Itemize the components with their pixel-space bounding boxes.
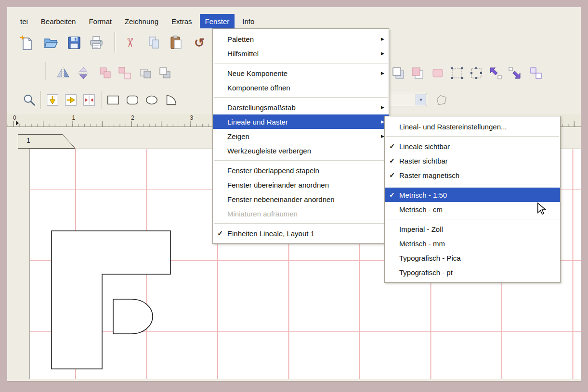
move-corner-northwest-icon[interactable] <box>487 64 504 82</box>
menu-bar: teiBearbeitenFormatZeichnungExtrasFenste… <box>7 14 581 28</box>
ruler-number: 2 <box>131 114 134 121</box>
d-shape-object[interactable] <box>113 299 153 334</box>
print-icon[interactable] <box>87 33 105 52</box>
send-to-back-icon[interactable] <box>409 64 426 82</box>
checkmark-icon: ✓ <box>213 229 227 237</box>
menu-item-label: Fenster nebeneinander anordnen <box>227 195 373 203</box>
lineale-raster-submenu: Lineal- und Rastereinstellungen...✓Linea… <box>384 116 561 283</box>
menu-item-zeigen[interactable]: Zeigen▶ <box>213 129 389 143</box>
mirror-vertical-icon <box>75 64 92 82</box>
menu-item-metrisch-mm[interactable]: Metrisch - mm <box>385 236 560 251</box>
polygon-tool-icon <box>433 91 450 109</box>
menu-separator <box>385 216 560 222</box>
menu-item-lineale-und-raster[interactable]: Lineale und Raster▶ <box>213 114 389 129</box>
menu-item-hilfsmittel[interactable]: Hilfsmittel▶ <box>213 46 389 61</box>
selection-handles-icon[interactable] <box>468 64 485 82</box>
toolbar-separator <box>114 32 116 52</box>
menu-item-label: Hilfsmittel <box>227 50 373 58</box>
menu-item-typografisch-pt[interactable]: Typografisch - pt <box>385 265 560 279</box>
mirror-horizontal-icon <box>54 64 72 82</box>
menubar-item-tei[interactable]: tei <box>15 14 33 28</box>
rectangle-tool-icon[interactable] <box>105 91 122 109</box>
checkmark-icon: ✓ <box>385 191 399 199</box>
menu-item-raster-magnetisch[interactable]: ✓Raster magnetisch <box>385 168 560 182</box>
chevron-down-icon: ▾ <box>416 94 426 105</box>
selection-frame-icon[interactable] <box>448 64 466 82</box>
copy-icon[interactable] <box>145 33 163 52</box>
menu-item-darstellungsma-stab[interactable]: Darstellungsmaßstab▶ <box>213 100 389 114</box>
toolbar-separator <box>101 91 102 109</box>
app-window: teiBearbeitenFormatZeichnungExtrasFenste… <box>7 7 581 381</box>
mouse-cursor-icon <box>536 202 548 215</box>
menu-item-einheiten-lineale-layout-1[interactable]: ✓Einheiten Lineale, Layout 1 <box>213 226 389 240</box>
menubar-item-info[interactable]: Info <box>237 14 260 28</box>
menu-item-werkzeugleiste-verbergen[interactable]: Werkzeugleiste verbergen <box>213 143 389 158</box>
ellipse-tool-icon[interactable] <box>143 91 160 109</box>
menu-item-label: Zeigen <box>227 132 373 140</box>
menu-item-label: Metrisch - 1:50 <box>399 191 544 199</box>
menu-separator <box>385 134 560 139</box>
menu-item-label: Darstellungsmaßstab <box>227 103 373 112</box>
ungroup-icon <box>116 64 133 82</box>
menu-item-lineal-und-rastereinstellungen[interactable]: Lineal- und Rastereinstellungen... <box>385 119 560 134</box>
checkmark-icon: ✓ <box>385 142 399 150</box>
menu-item-label: Komponente öffnen <box>227 84 373 92</box>
menu-item-paletten[interactable]: Paletten▶ <box>213 32 389 46</box>
menu-item-label: Paletten <box>227 35 373 43</box>
ruler-number: 3 <box>190 114 194 121</box>
desktop: teiBearbeitenFormatZeichnungExtrasFenste… <box>0 0 588 392</box>
submenu-arrow-icon: ▶ <box>373 37 389 41</box>
submenu-arrow-icon: ▶ <box>373 105 389 110</box>
menubar-item-bearbeiten[interactable]: Bearbeiten <box>36 14 81 28</box>
submenu-arrow-icon: ▶ <box>373 51 389 56</box>
arc-tool-icon[interactable] <box>162 91 180 109</box>
zoom-icon[interactable] <box>21 91 38 109</box>
menu-item-label: Einheiten Lineale, Layout 1 <box>227 229 373 238</box>
group-icon <box>97 64 114 82</box>
rounded-rectangle-tool-icon[interactable] <box>124 91 141 109</box>
menu-item-fenster-berlappend-stapeln[interactable]: Fenster überlappend stapeln <box>213 163 389 177</box>
insert-column-right-icon[interactable] <box>62 91 79 109</box>
save-icon[interactable] <box>65 33 83 52</box>
move-corner-southeast-icon[interactable] <box>506 64 523 82</box>
menu-item-fenster-bereinander-anordnen[interactable]: Fenster übereinander anordnen <box>213 177 389 192</box>
undo-icon[interactable]: ↺ <box>190 33 209 52</box>
menubar-item-zeichnung[interactable]: Zeichnung <box>119 14 164 28</box>
page-tab-label: 1 <box>26 137 30 144</box>
l-shape-object[interactable] <box>52 231 170 369</box>
bring-to-front-icon[interactable] <box>390 64 407 82</box>
menu-separator <box>213 158 389 163</box>
menu-item-label: Raster sichtbar <box>399 157 544 165</box>
split-view-icon[interactable] <box>80 91 98 109</box>
group-selection-icon[interactable] <box>527 64 545 82</box>
menubar-item-format[interactable]: Format <box>83 14 117 28</box>
menu-item-label: Typografisch - Pica <box>399 254 544 262</box>
menu-item-neue-komponente[interactable]: Neue Komponente▶ <box>213 66 389 80</box>
menu-item-typografisch-pica[interactable]: Typografisch - Pica <box>385 251 560 265</box>
ruler-number: 1 <box>72 114 76 121</box>
menu-item-metrisch-cm[interactable]: Metrisch - cm <box>385 202 560 216</box>
menu-item-raster-sichtbar[interactable]: ✓Raster sichtbar <box>385 153 560 168</box>
menu-separator <box>385 182 560 188</box>
fill-color-icon <box>429 64 446 82</box>
ruler-origin-marker-icon <box>16 121 19 126</box>
menu-item-label: Lineale sichtbar <box>399 142 544 151</box>
paste-icon[interactable] <box>167 33 185 52</box>
align-objects-icon <box>137 64 155 82</box>
menubar-item-extras[interactable]: Extras <box>166 14 197 28</box>
menu-item-fenster-nebeneinander-anordnen[interactable]: Fenster nebeneinander anordnen <box>213 192 389 206</box>
menu-item-komponente-ffnen[interactable]: Komponente öffnen <box>213 80 389 95</box>
menu-item-label: Neue Komponente <box>227 69 373 77</box>
open-file-icon[interactable] <box>42 33 60 52</box>
menu-item-imperial-zoll[interactable]: Imperial - Zoll <box>385 222 560 236</box>
insert-row-below-icon[interactable] <box>44 91 61 109</box>
menu-separator <box>213 95 389 100</box>
menu-item-label: Miniaturen aufräumen <box>227 210 373 218</box>
menu-item-lineale-sichtbar[interactable]: ✓Lineale sichtbar <box>385 139 560 153</box>
menubar-item-fenster[interactable]: Fenster <box>200 14 235 28</box>
menu-item-metrisch-1-50[interactable]: ✓Metrisch - 1:50 <box>385 188 560 202</box>
page-tab[interactable]: 1 <box>18 134 76 149</box>
new-document-icon[interactable] <box>18 33 36 52</box>
menu-item-label: Werkzeugleiste verbergen <box>227 147 373 155</box>
cut-icon[interactable]: ✂ <box>121 33 139 52</box>
